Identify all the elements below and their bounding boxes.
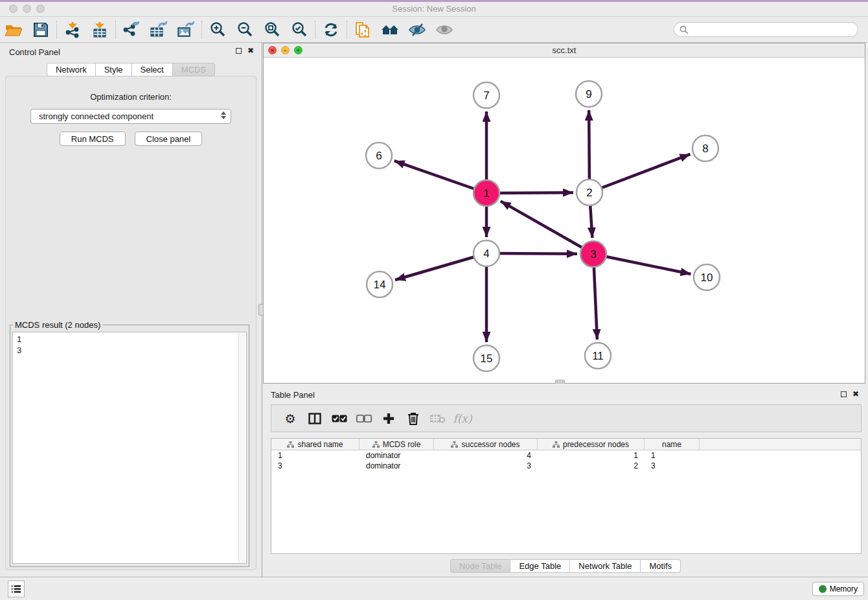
graph-node-11[interactable]: 11 bbox=[585, 343, 611, 369]
splitter-grabber[interactable] bbox=[555, 380, 565, 384]
tab-node-table[interactable]: Node Table bbox=[450, 559, 511, 573]
close-panel-icon[interactable]: ✖ bbox=[247, 47, 254, 54]
tab-network-table[interactable]: Network Table bbox=[570, 559, 641, 573]
graph-node-2[interactable]: 2 bbox=[577, 179, 602, 205]
close-panel-icon[interactable]: ✖ bbox=[852, 390, 859, 398]
column-header-label: shared name bbox=[297, 440, 343, 449]
refresh-layout-button[interactable] bbox=[317, 19, 345, 41]
unselect-all-button[interactable] bbox=[352, 408, 376, 430]
graph-edge-3-10[interactable] bbox=[593, 254, 691, 274]
table-cell[interactable]: 4 bbox=[434, 450, 538, 461]
save-session-button[interactable] bbox=[27, 19, 54, 41]
graph-node-label: 7 bbox=[483, 89, 489, 102]
export-image-button[interactable] bbox=[172, 19, 200, 41]
table-cell[interactable]: 1 bbox=[538, 450, 645, 461]
memory-button[interactable]: Memory bbox=[812, 582, 864, 596]
zoom-out-button[interactable] bbox=[231, 19, 258, 41]
table-row[interactable]: 3dominator323 bbox=[271, 461, 861, 471]
graph-node-7[interactable]: 7 bbox=[474, 82, 499, 108]
mcds-result-box[interactable]: 1 3 bbox=[12, 332, 247, 564]
node-table[interactable]: shared nameMCDS rolesuccessor nodesprede… bbox=[271, 438, 862, 554]
graph-node-9[interactable]: 9 bbox=[576, 81, 602, 107]
table-cell[interactable]: 1 bbox=[645, 450, 700, 461]
column-header-name[interactable]: name bbox=[645, 439, 700, 450]
zoom-fit-icon bbox=[264, 21, 280, 38]
graph-node-10[interactable]: 10 bbox=[694, 264, 720, 290]
float-panel-icon[interactable] bbox=[236, 48, 242, 54]
column-header-shared-name[interactable]: shared name bbox=[271, 439, 360, 450]
zoom-in-icon bbox=[209, 21, 226, 38]
hide-graphics-button[interactable] bbox=[404, 19, 431, 41]
zoom-in-button[interactable] bbox=[204, 19, 231, 41]
add-row-button[interactable] bbox=[376, 408, 401, 430]
columns-icon bbox=[308, 413, 321, 424]
mcds-result-title: MCDS result (2 nodes) bbox=[13, 320, 102, 330]
show-graphics-button[interactable] bbox=[431, 19, 458, 41]
search-input[interactable] bbox=[692, 25, 852, 34]
graph-node-3[interactable]: 3 bbox=[580, 241, 606, 267]
network-graph: 7968124314101511 bbox=[264, 58, 865, 383]
import-network-button[interactable] bbox=[59, 19, 86, 41]
optimization-criterion-label: Optimization criterion: bbox=[6, 92, 256, 102]
column-header-predecessor-nodes[interactable]: predecessor nodes bbox=[538, 439, 645, 450]
table-cell[interactable]: 3 bbox=[645, 461, 700, 471]
export-image-icon bbox=[177, 21, 195, 38]
show-columns-button[interactable] bbox=[303, 408, 327, 430]
graph-edge-4-14[interactable] bbox=[395, 253, 486, 280]
homes-button[interactable] bbox=[376, 19, 404, 41]
trash-icon bbox=[407, 412, 419, 425]
delete-rows-button[interactable] bbox=[401, 408, 426, 430]
column-header-successor-nodes[interactable]: successor nodes bbox=[434, 439, 538, 450]
network-window-titlebar[interactable]: × − + scc.txt bbox=[264, 43, 865, 58]
import-table-button[interactable] bbox=[86, 19, 113, 41]
close-panel-button[interactable]: Close panel bbox=[135, 132, 203, 146]
graph-node-15[interactable]: 15 bbox=[474, 345, 499, 371]
graph-edge-2-8[interactable] bbox=[589, 154, 691, 192]
zoom-fit-button[interactable] bbox=[258, 19, 286, 41]
tab-motifs[interactable]: Motifs bbox=[641, 559, 681, 573]
control-panel-title: Control Panel bbox=[9, 47, 60, 57]
tab-style[interactable]: Style bbox=[96, 63, 132, 76]
run-mcds-button[interactable]: Run MCDS bbox=[60, 132, 126, 146]
combo-stepper-icon bbox=[221, 111, 226, 119]
tab-select[interactable]: Select bbox=[132, 63, 173, 76]
graph-node-6[interactable]: 6 bbox=[366, 143, 392, 168]
table-cell[interactable]: 1 bbox=[271, 450, 360, 461]
tab-network[interactable]: Network bbox=[47, 63, 96, 76]
clone-network-button[interactable] bbox=[349, 19, 376, 41]
tab-mcds[interactable]: MCDS bbox=[173, 63, 215, 76]
open-session-button[interactable] bbox=[0, 19, 27, 41]
graph-node-14[interactable]: 14 bbox=[367, 271, 393, 297]
table-cell[interactable]: 3 bbox=[434, 461, 538, 471]
graph-node-8[interactable]: 8 bbox=[692, 135, 718, 161]
graph-node-label: 4 bbox=[483, 248, 489, 260]
open-folder-icon bbox=[5, 22, 23, 38]
result-scrollbar[interactable] bbox=[238, 333, 246, 562]
graph-edge-1-6[interactable] bbox=[394, 161, 486, 193]
unselect-all-icon bbox=[356, 415, 372, 422]
tab-edge-table[interactable]: Edge Table bbox=[510, 559, 570, 573]
task-history-button[interactable] bbox=[8, 581, 25, 597]
table-settings-button[interactable]: ⚙ bbox=[278, 408, 303, 430]
network-canvas[interactable]: 7968124314101511 bbox=[264, 58, 865, 383]
search-box[interactable] bbox=[674, 22, 858, 37]
export-network-button[interactable] bbox=[118, 19, 145, 41]
splitter-grabber[interactable] bbox=[258, 304, 264, 316]
float-panel-icon[interactable] bbox=[841, 391, 847, 397]
table-cell[interactable]: 3 bbox=[271, 461, 360, 471]
select-all-button[interactable] bbox=[327, 408, 352, 430]
delete-table-button[interactable] bbox=[426, 408, 450, 430]
graph-node-4[interactable]: 4 bbox=[474, 240, 499, 266]
graph-edge-3-1[interactable] bbox=[501, 201, 593, 254]
optimization-criterion-select[interactable]: strongly connected component bbox=[30, 109, 231, 124]
table-cell[interactable]: dominator bbox=[360, 450, 434, 461]
delete-table-icon bbox=[430, 413, 446, 424]
table-cell[interactable]: 2 bbox=[538, 461, 645, 471]
table-row[interactable]: 1dominator411 bbox=[271, 450, 861, 461]
column-header-MCDS-role[interactable]: MCDS role bbox=[360, 439, 434, 450]
export-table-button[interactable] bbox=[145, 19, 172, 41]
graph-node-1[interactable]: 1 bbox=[474, 180, 499, 206]
zoom-selected-button[interactable] bbox=[286, 19, 313, 41]
table-cell[interactable]: dominator bbox=[360, 461, 434, 471]
function-builder-button[interactable]: f(x) bbox=[450, 408, 475, 430]
